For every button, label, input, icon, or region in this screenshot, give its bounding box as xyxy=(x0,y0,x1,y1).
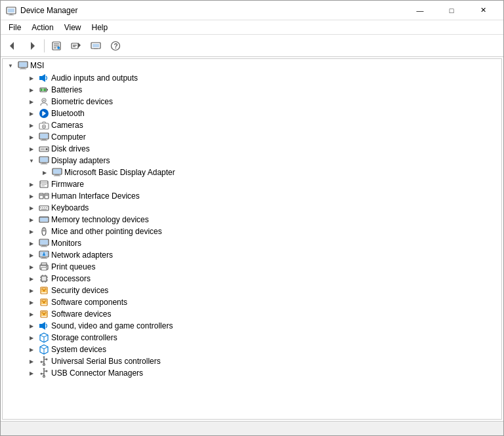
tree-item-system[interactable]: ▶ System devices xyxy=(3,344,501,355)
svg-rect-79 xyxy=(41,247,47,247)
tree-item-bluetooth[interactable]: ▶ Bluetooth xyxy=(3,108,501,119)
properties-button[interactable]: i xyxy=(47,37,66,54)
svg-text:i: i xyxy=(58,46,58,49)
adapter-icon xyxy=(52,167,62,178)
computer-expand-arrow: ▶ xyxy=(26,132,37,142)
processors-expand-arrow: ▶ xyxy=(26,273,37,284)
tree-item-mice[interactable]: ▶ Mice and other pointing devices xyxy=(3,226,501,237)
tree-item-storage[interactable]: ▶ Storage controllers xyxy=(3,332,501,344)
audio-label: Audio inputs and outputs xyxy=(51,73,138,83)
device-tree[interactable]: ▼ MSI ▶ Audio inputs and xyxy=(2,58,502,420)
menu-bar: File Action View Help xyxy=(1,20,503,35)
svg-marker-124 xyxy=(43,368,45,369)
softwarecomp-expand-arrow: ▶ xyxy=(26,297,37,307)
tree-item-biometric[interactable]: ▶ Biometric devices xyxy=(3,96,501,108)
memory-label: Memory technology devices xyxy=(51,215,149,224)
tree-item-softwarecomp[interactable]: ▶ Software components xyxy=(3,296,501,308)
back-button[interactable] xyxy=(3,37,22,54)
storage-expand-arrow: ▶ xyxy=(26,332,37,343)
tree-item-display[interactable]: ▼ Display adapters xyxy=(3,155,501,167)
tree-root[interactable]: ▼ MSI xyxy=(3,59,501,72)
menu-file[interactable]: File xyxy=(3,22,26,33)
diskdrives-icon xyxy=(39,144,49,154)
device-manager-window: Device Manager — □ ✕ File Action View He… xyxy=(0,0,504,436)
display-icon xyxy=(39,155,49,166)
status-bar xyxy=(1,421,503,435)
tree-item-firmware[interactable]: ▶ Firmware xyxy=(3,178,501,190)
tree-item-cameras[interactable]: ▶ Cameras xyxy=(3,119,501,131)
svg-point-120 xyxy=(46,359,48,361)
svg-rect-65 xyxy=(46,207,47,208)
update-driver-button[interactable] xyxy=(67,37,85,54)
sound-expand-arrow: ▶ xyxy=(26,321,37,331)
tree-item-sound[interactable]: ▶ Sound, video and game controllers xyxy=(3,320,501,332)
svg-rect-60 xyxy=(45,194,48,196)
hid-expand-arrow: ▶ xyxy=(26,191,37,201)
tree-item-audio[interactable]: ▶ Audio inputs and outputs xyxy=(3,72,501,84)
svg-point-32 xyxy=(43,100,45,101)
tree-item-print[interactable]: ▶ Print queues xyxy=(3,261,501,273)
minimize-button[interactable]: — xyxy=(405,1,435,20)
tree-item-security[interactable]: ▶ Security devices xyxy=(3,285,501,296)
tree-item-usbconn[interactable]: ▶ USB Connector Managers xyxy=(3,367,501,379)
menu-view[interactable]: View xyxy=(59,22,87,33)
toolbar-separator-1 xyxy=(44,39,45,52)
svg-rect-70 xyxy=(41,216,41,218)
svg-rect-71 xyxy=(43,216,43,218)
tree-item-hid[interactable]: ▶ Human Interface Devices xyxy=(3,190,501,202)
tree-item-usb[interactable]: ▶ Universal Serial Bus controllers xyxy=(3,355,501,367)
monitors-icon xyxy=(39,238,49,248)
network-expand-arrow: ▶ xyxy=(26,250,37,260)
bluetooth-icon xyxy=(39,108,49,119)
tree-item-display-adapter[interactable]: ▶ Microsoft Basic Display Adapter xyxy=(3,167,501,178)
svg-rect-39 xyxy=(42,139,46,140)
svg-rect-83 xyxy=(41,258,47,259)
svg-rect-91 xyxy=(42,277,46,281)
tree-item-memory[interactable]: ▶ Memory technology devices xyxy=(3,214,501,226)
svg-point-128 xyxy=(41,373,43,375)
print-label: Print queues xyxy=(51,262,95,271)
tree-item-network[interactable]: ▶ Network adapters xyxy=(3,249,501,261)
tree-item-diskdrives[interactable]: ▶ Disk drives xyxy=(3,143,501,155)
security-expand-arrow: ▶ xyxy=(26,285,37,296)
system-icon xyxy=(39,344,49,355)
svg-rect-73 xyxy=(47,216,47,218)
biometric-label: Biometric devices xyxy=(51,97,113,106)
window-controls: — □ ✕ xyxy=(405,1,498,20)
softwaredev-expand-arrow: ▶ xyxy=(26,309,37,319)
scan-hardware-button[interactable] xyxy=(87,37,105,54)
tree-item-keyboards[interactable]: ▶ Keyboards xyxy=(3,202,501,214)
svg-rect-23 xyxy=(21,68,25,69)
tree-item-softwaredev[interactable]: ▶ Software devices xyxy=(3,308,501,320)
svg-rect-88 xyxy=(41,268,47,270)
security-label: Security devices xyxy=(51,286,108,295)
svg-rect-55 xyxy=(41,184,47,185)
root-label: MSI xyxy=(30,61,44,70)
root-expand-arrow: ▼ xyxy=(5,60,16,71)
maximize-button[interactable]: □ xyxy=(436,1,467,20)
tree-item-processors[interactable]: ▶ Processors xyxy=(3,273,501,285)
keyboards-label: Keyboards xyxy=(51,203,89,212)
menu-action[interactable]: Action xyxy=(26,22,58,33)
usb-icon xyxy=(39,356,49,367)
svg-rect-52 xyxy=(54,176,60,176)
svg-point-107 xyxy=(43,302,45,303)
svg-point-36 xyxy=(43,126,45,127)
forward-button[interactable] xyxy=(23,37,41,54)
biometric-expand-arrow: ▶ xyxy=(26,96,37,107)
svg-rect-29 xyxy=(41,89,43,91)
svg-rect-24 xyxy=(20,69,26,69)
svg-rect-44 xyxy=(41,149,45,150)
tree-item-computer[interactable]: ▶ Computer xyxy=(3,131,501,143)
svg-rect-48 xyxy=(41,164,47,165)
help-button[interactable]: ? xyxy=(106,37,125,54)
computer-label: Computer xyxy=(51,132,86,142)
svg-rect-25 xyxy=(39,76,42,80)
tree-item-batteries[interactable]: ▶ Batteries xyxy=(3,84,501,96)
tree-item-monitors[interactable]: ▶ Monitors xyxy=(3,237,501,249)
svg-text:?: ? xyxy=(114,43,118,50)
keyboards-icon xyxy=(39,203,49,213)
close-button[interactable]: ✕ xyxy=(468,1,498,20)
svg-point-127 xyxy=(46,370,48,372)
menu-help[interactable]: Help xyxy=(87,22,114,33)
